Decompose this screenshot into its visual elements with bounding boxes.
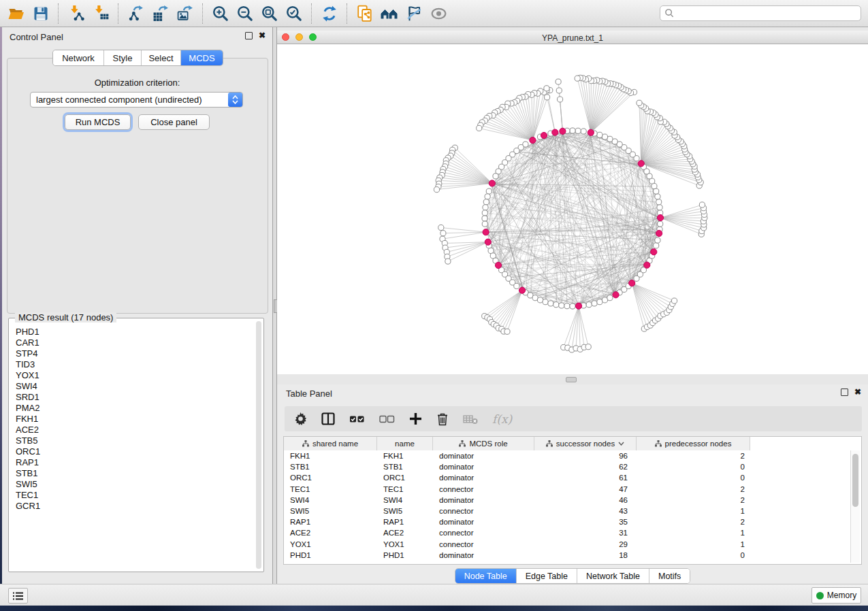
- export-network-icon[interactable]: [124, 3, 148, 24]
- mcds-result-item[interactable]: GCR1: [16, 501, 255, 512]
- mcds-list-scrollbar[interactable]: [256, 321, 261, 569]
- new-network-from-selection-icon[interactable]: [353, 3, 377, 24]
- mcds-result-item[interactable]: PHD1: [16, 327, 255, 337]
- select-all-icon[interactable]: [349, 409, 365, 429]
- mcds-result-item[interactable]: SWI4: [16, 381, 255, 392]
- mcds-result-item[interactable]: STP4: [16, 348, 255, 359]
- tab-network[interactable]: Network: [53, 50, 104, 65]
- tab-motifs[interactable]: Motifs: [649, 569, 690, 583]
- search-input[interactable]: [675, 7, 861, 20]
- horizontal-splitter-handle[interactable]: [566, 377, 577, 382]
- column-header-successor-nodes[interactable]: successor nodes: [534, 437, 637, 450]
- first-neighbors-icon[interactable]: [377, 3, 402, 24]
- table-cell: 1: [637, 529, 750, 537]
- mcds-result-item[interactable]: STB1: [16, 468, 255, 479]
- column-label: successor nodes: [556, 440, 615, 448]
- table-row[interactable]: RAP1RAP1dominator352: [284, 516, 851, 527]
- control-panel-title: Control Panel: [10, 32, 63, 42]
- window-maximize-icon[interactable]: [309, 33, 317, 41]
- window-minimize-icon[interactable]: [295, 33, 303, 41]
- column-label: name: [395, 440, 415, 448]
- zoom-fit-icon[interactable]: [257, 3, 282, 24]
- tab-select[interactable]: Select: [142, 50, 181, 65]
- table-cell: SWI4: [284, 496, 377, 504]
- hide-selected-icon[interactable]: [402, 3, 426, 24]
- apply-layout-icon[interactable]: [317, 3, 342, 24]
- table-row[interactable]: YOX1YOX1connector291: [284, 539, 851, 550]
- mcds-result-item[interactable]: FKH1: [16, 414, 255, 425]
- tab-style[interactable]: Style: [104, 50, 142, 65]
- settings-gear-icon[interactable]: [294, 409, 307, 429]
- sort-chevron-icon: [618, 442, 624, 446]
- table-cell: 0: [637, 474, 750, 482]
- toolbar-separator: [311, 3, 312, 24]
- close-panel-icon[interactable]: ✖: [259, 33, 266, 39]
- zoom-selected-icon[interactable]: [282, 3, 306, 24]
- table-row[interactable]: FKH1FKH1dominator962: [284, 450, 851, 461]
- column-header-shared-name[interactable]: shared name: [284, 437, 377, 450]
- table-scrollbar[interactable]: [850, 450, 860, 563]
- save-icon[interactable]: [29, 3, 53, 24]
- import-network-icon[interactable]: [64, 3, 89, 24]
- import-table-icon[interactable]: [89, 3, 113, 24]
- table-row[interactable]: ACE2ACE2connector311: [284, 527, 851, 538]
- network-workspace: YPA_prune.txt_1 Table Panel ✖: [277, 27, 868, 584]
- table-row[interactable]: ORC1ORC1dominator610: [284, 472, 851, 483]
- mcds-result-item[interactable]: SWI5: [16, 479, 255, 490]
- mcds-result-item[interactable]: RAP1: [16, 457, 255, 468]
- function-builder-icon: f(x): [492, 409, 512, 429]
- export-image-icon[interactable]: [173, 3, 197, 24]
- delete-column-icon[interactable]: [436, 409, 449, 429]
- float-panel-icon[interactable]: [841, 389, 848, 396]
- open-icon[interactable]: [4, 3, 29, 24]
- zoom-out-icon[interactable]: [233, 3, 257, 24]
- table-row[interactable]: SWI5SWI5connector431: [284, 506, 851, 516]
- vertical-splitter[interactable]: [272, 27, 277, 584]
- column-header-predecessor-nodes[interactable]: predecessor nodes: [637, 437, 750, 450]
- tab-mcds[interactable]: MCDS: [181, 50, 223, 65]
- task-history-button[interactable]: [8, 588, 28, 604]
- table-cell: 46: [534, 496, 637, 504]
- show-all-icon[interactable]: [426, 3, 451, 24]
- close-panel-icon[interactable]: ✖: [854, 389, 861, 395]
- mcds-result-item[interactable]: ORC1: [16, 446, 255, 457]
- network-window-titlebar[interactable]: YPA_prune.txt_1: [277, 31, 868, 44]
- run-mcds-button[interactable]: Run MCDS: [65, 114, 131, 130]
- mcds-result-group: MCDS result (17 nodes) PHD1CAR1STP4TID3Y…: [8, 318, 264, 572]
- mcds-result-item[interactable]: ACE2: [16, 425, 255, 435]
- table-row[interactable]: SWI4SWI4dominator462: [284, 495, 851, 506]
- deselect-all-icon[interactable]: [379, 409, 395, 429]
- table-cell: connector: [433, 540, 534, 548]
- table-cell: SWI4: [377, 496, 433, 504]
- table-scrollbar-thumb[interactable]: [852, 454, 858, 507]
- mcds-result-list[interactable]: PHD1CAR1STP4TID3YOX1SWI4SRD1PMA2FKH1ACE2…: [11, 323, 255, 569]
- mcds-result-item[interactable]: CAR1: [16, 337, 255, 348]
- column-header-name[interactable]: name: [377, 437, 433, 450]
- network-canvas[interactable]: [277, 44, 868, 374]
- export-table-icon[interactable]: [148, 3, 173, 24]
- mcds-result-item[interactable]: YOX1: [16, 370, 255, 381]
- float-panel-icon[interactable]: [245, 32, 253, 39]
- mcds-result-item[interactable]: PMA2: [16, 403, 255, 414]
- table-row[interactable]: TEC1TEC1connector472: [284, 484, 851, 495]
- add-column-icon[interactable]: [409, 409, 422, 429]
- table-row[interactable]: STB1STB1dominator620: [284, 461, 851, 472]
- tab-edge-table[interactable]: Edge Table: [517, 569, 577, 583]
- criterion-dropdown[interactable]: largest connected component (undirected): [30, 92, 243, 108]
- mcds-result-item[interactable]: STB5: [16, 435, 255, 446]
- close-panel-button[interactable]: Close panel: [138, 114, 210, 130]
- search-field[interactable]: [660, 5, 861, 21]
- table-cell: 61: [534, 474, 637, 482]
- tab-node-table[interactable]: Node Table: [455, 569, 517, 583]
- column-header-mcds-role[interactable]: MCDS role: [433, 437, 534, 450]
- zoom-in-icon[interactable]: [208, 3, 233, 24]
- mcds-result-item[interactable]: TEC1: [16, 490, 255, 501]
- show-columns-icon[interactable]: [321, 409, 335, 429]
- horizontal-splitter[interactable]: [277, 374, 868, 384]
- mcds-result-item[interactable]: TID3: [16, 359, 255, 370]
- window-close-icon[interactable]: [282, 33, 289, 41]
- table-row[interactable]: PHD1PHD1dominator180: [284, 550, 851, 561]
- tab-network-table[interactable]: Network Table: [577, 569, 649, 583]
- mcds-result-item[interactable]: SRD1: [16, 392, 255, 403]
- memory-button[interactable]: Memory: [811, 587, 861, 604]
